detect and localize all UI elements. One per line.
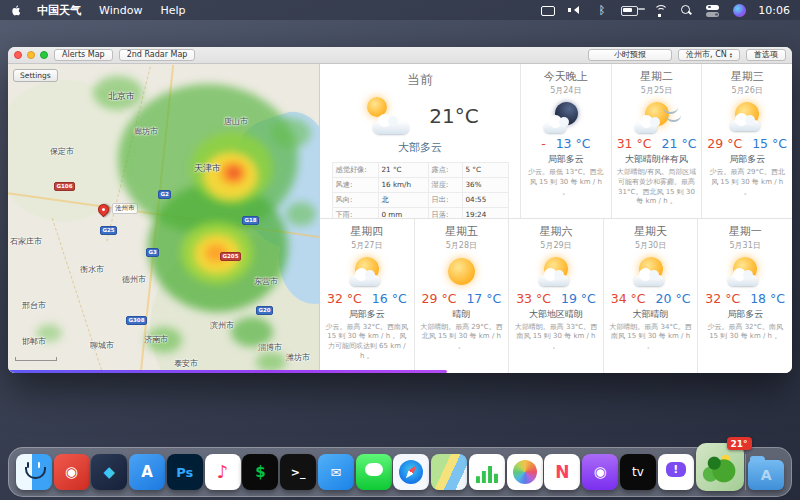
dock-icon-finder[interactable] bbox=[16, 454, 52, 490]
dock-icon-red[interactable]: ◉ bbox=[54, 454, 90, 490]
current-details-table: 感觉好像:21 °C露点:5 °C风速:16 km/h湿度:36%风向:北日出:… bbox=[332, 162, 509, 218]
dock-icon-safari[interactable] bbox=[393, 454, 429, 490]
battery-icon[interactable] bbox=[621, 4, 640, 17]
dock-separator bbox=[745, 454, 746, 490]
card-description: 大部晴朗/有风。局部区域可能有黄沙和雾霾。最高 31°C。西北风 15 到 30… bbox=[612, 166, 702, 207]
road-shield: G2 bbox=[158, 190, 171, 199]
dock-icon-news[interactable]: N bbox=[544, 454, 580, 490]
menu-help[interactable]: Help bbox=[160, 4, 185, 17]
low-temperature: 20 °C bbox=[656, 291, 691, 306]
dock-icon-podcasts[interactable]: ◉ bbox=[582, 454, 618, 490]
dock-icon-blue[interactable]: A bbox=[129, 454, 165, 490]
cloud-sun-icon bbox=[361, 95, 421, 137]
spotlight-icon[interactable] bbox=[679, 4, 694, 17]
map-city-label: 衡水市 bbox=[80, 264, 104, 275]
detail-value: 16 km/h bbox=[379, 178, 429, 193]
card-temperatures: 29 °C15 °C bbox=[702, 136, 792, 151]
detail-label: 风速: bbox=[333, 178, 379, 193]
dock-icon-navy[interactable]: ◆ bbox=[91, 454, 127, 490]
sun-cloud-icon bbox=[341, 254, 393, 290]
close-button[interactable] bbox=[14, 51, 22, 59]
card-title: 星期六 bbox=[509, 224, 603, 239]
forecast-panel: 当前 21°C 大部多云 感觉好像:21 °C露点:5 °C风速:16 km/h… bbox=[320, 64, 792, 373]
card-date: 5月31日 bbox=[698, 240, 792, 251]
radar-cell bbox=[228, 168, 240, 178]
detail-label: 湿度: bbox=[429, 178, 463, 193]
sun-wind-icon bbox=[631, 99, 683, 135]
location-select[interactable]: 沧州市, CN bbox=[678, 49, 740, 61]
map-city-label: 邢台市 bbox=[22, 300, 46, 311]
minimize-button[interactable] bbox=[27, 51, 35, 59]
dock-icon-radar[interactable]: 21° bbox=[696, 443, 744, 491]
dock-icon-maps[interactable] bbox=[431, 454, 467, 490]
dock-icon-cash[interactable]: $ bbox=[242, 454, 278, 490]
cash-glyph: $ bbox=[255, 465, 265, 480]
control-center-icon[interactable] bbox=[706, 4, 721, 17]
sun-icon bbox=[435, 254, 487, 290]
zoom-button[interactable] bbox=[40, 51, 48, 59]
card-description: 大部晴朗。最高 29°C。西北风 15 到 30 每 km / h 。 bbox=[415, 321, 509, 352]
forecast-card-tuesday: 星期二5月25日31 °C21 °C大部晴朗伴有风大部晴朗/有风。局部区域可能有… bbox=[611, 64, 702, 218]
wifi-icon[interactable] bbox=[652, 4, 667, 17]
map-city-label: 廊坊市 bbox=[134, 126, 158, 137]
card-date: 5月30日 bbox=[604, 240, 698, 251]
dock-icon-mail[interactable]: ✉ bbox=[318, 454, 354, 490]
forecast-card-thursday: 星期四5月27日32 °C16 °C局部多云少云。最高 32°C。西南风 15 … bbox=[320, 219, 414, 374]
detail-value: 5 °C bbox=[463, 163, 509, 178]
map-city-label: 德州市 bbox=[122, 274, 146, 285]
menu-bar-clock[interactable]: 10:06 bbox=[758, 4, 790, 17]
road-shield: G20 bbox=[256, 306, 273, 315]
card-temperatures: -13 °C bbox=[521, 136, 611, 151]
dock-icon-folder[interactable]: A bbox=[748, 460, 784, 490]
ps-glyph: Ps bbox=[176, 466, 193, 479]
forecast-card-tonight: 今天晚上5月24日-13 °C局部多云少云。最低 13°C。西北风 15 到 3… bbox=[520, 64, 611, 218]
dock-icon-terminal[interactable]: >_ bbox=[280, 454, 316, 490]
alerts-map-button[interactable]: Alerts Map bbox=[54, 49, 113, 61]
current-condition: 大部多云 bbox=[320, 140, 520, 155]
progress-bar bbox=[8, 370, 447, 373]
dock-icon-music[interactable]: ♪ bbox=[205, 454, 241, 490]
dock-icon-numbers[interactable] bbox=[469, 454, 505, 490]
dock-icon-ps[interactable]: Ps bbox=[167, 454, 203, 490]
map-settings-button[interactable]: Settings bbox=[13, 69, 58, 82]
card-date: 5月27日 bbox=[320, 240, 414, 251]
detail-value: 36% bbox=[463, 178, 509, 193]
card-date: 5月26日 bbox=[702, 85, 792, 96]
road-shield: G3 bbox=[146, 248, 159, 257]
forecast-card-sunday: 星期天5月30日34 °C20 °C大部晴朗大部晴朗。最高 34°C。西南风 1… bbox=[603, 219, 698, 374]
card-title: 今天晚上 bbox=[521, 69, 611, 84]
display-icon[interactable] bbox=[540, 4, 555, 17]
card-condition: 大部地区晴朗 bbox=[509, 308, 603, 321]
high-temperature: 29 °C bbox=[422, 291, 457, 306]
forecast-card-wednesday: 星期三5月26日29 °C15 °C局部多云少云。最高 29°C。西北风 15 … bbox=[701, 64, 792, 218]
card-date: 5月24日 bbox=[521, 85, 611, 96]
card-temperatures: 33 °C19 °C bbox=[509, 291, 603, 306]
map-city-label: 聊城市 bbox=[90, 340, 114, 351]
siri-icon[interactable] bbox=[733, 4, 746, 17]
dock-icon-feedback[interactable] bbox=[658, 454, 694, 490]
dock-icon-tv[interactable]: tv bbox=[620, 454, 656, 490]
current-temperature: 21°C bbox=[429, 104, 478, 128]
card-date: 5月28日 bbox=[415, 240, 509, 251]
detail-value: 北 bbox=[379, 193, 429, 208]
hourly-forecast-button[interactable]: 小时预报 bbox=[588, 49, 672, 61]
menu-app-name[interactable]: 中国天气 bbox=[37, 3, 81, 18]
road-shield: G308 bbox=[126, 316, 147, 325]
menu-window[interactable]: Window bbox=[99, 4, 142, 17]
forecast-row-1: 当前 21°C 大部多云 感觉好像:21 °C露点:5 °C风速:16 km/h… bbox=[320, 64, 792, 219]
forecast-card-saturday: 星期六5月29日33 °C19 °C大部地区晴朗大部晴朗。最高 33°C。西南风… bbox=[508, 219, 603, 374]
volume-icon[interactable] bbox=[567, 4, 582, 17]
menu-bar: 中国天气 Window Help ᛒ 10:06 bbox=[0, 0, 800, 20]
preferences-button[interactable]: 首选项 bbox=[746, 49, 786, 61]
map-city-label: 唐山市 bbox=[224, 116, 248, 127]
apple-menu[interactable] bbox=[10, 4, 23, 17]
map-city-label: 石家庄市 bbox=[10, 236, 42, 247]
low-temperature: 16 °C bbox=[372, 291, 407, 306]
dock-icon-photos[interactable] bbox=[507, 454, 543, 490]
card-condition: 局部多云 bbox=[702, 153, 792, 166]
card-temperatures: 29 °C17 °C bbox=[415, 291, 509, 306]
radar-map-canvas[interactable]: 沧州市 Settings G2G3G18G25G20G106G205G308北京… bbox=[8, 64, 320, 373]
second-radar-map-button[interactable]: 2nd Radar Map bbox=[119, 49, 196, 61]
dock-icon-messages[interactable] bbox=[356, 454, 392, 490]
bluetooth-icon[interactable]: ᛒ bbox=[594, 4, 609, 17]
